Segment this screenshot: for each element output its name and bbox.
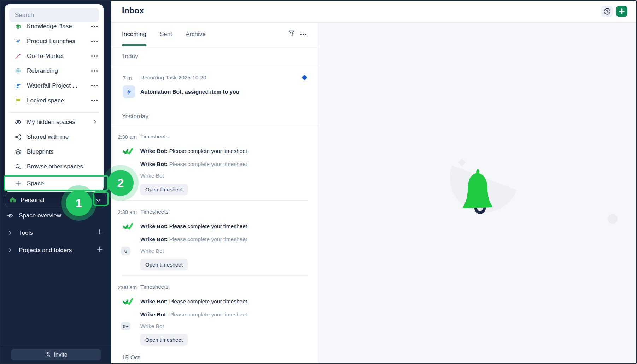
space-item-product-launches[interactable]: Product Launches xyxy=(5,34,104,49)
filter-icon[interactable] xyxy=(288,30,295,38)
wrike-check-icon xyxy=(123,298,134,305)
sender-name: Wrike Bot xyxy=(140,173,164,179)
help-icon: ? xyxy=(603,8,611,15)
group-line-3: 9+ Wrike Bot xyxy=(111,322,319,330)
inbox-tabs: Incoming Sent Archive xyxy=(111,23,319,46)
notification-message-row: Automation Bot: assigned item to you xyxy=(111,85,319,98)
space-label: Go-To-Market xyxy=(27,53,94,60)
invite-button[interactable]: Invite xyxy=(11,349,101,360)
plus-icon xyxy=(619,8,625,14)
bot-message: Please complete your timesheet xyxy=(169,161,247,167)
inbox-header: Inbox ? xyxy=(111,0,637,23)
notification-item-unread[interactable]: 7 m Recurring Task 2025-10-20 Automation… xyxy=(111,65,319,106)
space-label: Rebranding xyxy=(27,67,94,74)
spaces-list: Knowledge Base Product Launches Go-To-Ma… xyxy=(5,22,104,108)
bot-name: Wrike Bot: xyxy=(140,161,168,167)
ellipsis-icon[interactable] xyxy=(94,26,95,27)
message-line: Wrike Bot: Please complete your timeshee… xyxy=(140,148,247,154)
decorative-dot xyxy=(608,214,618,224)
section-header-today: Today xyxy=(111,46,319,65)
tab-archive[interactable]: Archive xyxy=(186,23,206,46)
message-line: Wrike Bot: Please complete your timeshee… xyxy=(140,298,247,305)
notification-group[interactable]: 2:30 am Timesheets Wrike Bot: Please com… xyxy=(111,125,319,201)
bell-illustration xyxy=(461,169,495,215)
unread-dot[interactable] xyxy=(302,75,307,80)
tab-actions xyxy=(288,23,305,46)
nav-item-space-overview[interactable]: Space overview xyxy=(0,207,111,224)
space-item-rebranding[interactable]: Rebranding xyxy=(5,64,104,78)
group-time: 2:00 am xyxy=(117,284,137,290)
ellipsis-icon[interactable] xyxy=(94,85,95,86)
space-item-waterfall[interactable]: Waterfall Project ... xyxy=(5,78,104,93)
nav-item-projects-folders[interactable]: Projects and folders xyxy=(0,241,111,259)
group-category: Timesheets xyxy=(140,133,169,140)
svg-text:?: ? xyxy=(606,9,608,13)
open-timesheet-button[interactable]: Open timesheet xyxy=(140,334,188,346)
chevron-right-icon xyxy=(93,119,97,125)
app-window: Knowledge Base Product Launches Go-To-Ma… xyxy=(0,0,637,364)
decorative-diamond xyxy=(458,159,466,166)
space-overview-icon xyxy=(6,213,14,219)
group-line-1: Wrike Bot: Please complete your timeshee… xyxy=(111,298,319,305)
group-line-1: Wrike Bot: Please complete your timeshee… xyxy=(111,222,319,230)
cube-icon xyxy=(14,67,22,74)
chevron-right-icon[interactable] xyxy=(6,248,14,252)
menu-item-shared-with-me[interactable]: Shared with me xyxy=(5,130,104,144)
detail-panel xyxy=(319,23,637,364)
ellipsis-icon[interactable] xyxy=(94,100,95,101)
share-icon xyxy=(14,133,22,141)
bot-message: Please complete your timesheet xyxy=(169,311,247,317)
person-plus-icon xyxy=(45,351,51,358)
group-line-2: Wrike Bot: Please complete your timeshee… xyxy=(111,311,319,318)
group-time: 2:30 am xyxy=(117,209,137,215)
space-label: Waterfall Project ... xyxy=(27,82,94,89)
annotation-highlight-space-button xyxy=(4,175,109,191)
plus-icon[interactable] xyxy=(97,229,103,237)
rocket-icon xyxy=(14,38,22,45)
invite-label: Invite xyxy=(54,352,67,358)
annotation-step-1: 1 xyxy=(66,190,92,216)
tab-sent[interactable]: Sent xyxy=(160,23,172,46)
bot-name: Wrike Bot: xyxy=(140,236,168,242)
popup-divider xyxy=(10,112,99,113)
menu-item-browse-spaces[interactable]: Browse other spaces xyxy=(5,159,104,174)
nav-item-tools[interactable]: Tools xyxy=(0,224,111,241)
space-item-locked-space[interactable]: Locked space xyxy=(5,93,104,108)
open-timesheet-button[interactable]: Open timesheet xyxy=(140,184,188,195)
bot-name: Wrike Bot: xyxy=(140,223,168,229)
bot-message: Please complete your timesheet xyxy=(169,148,247,154)
ellipsis-icon[interactable] xyxy=(94,41,95,42)
menu-item-label: Shared with me xyxy=(27,133,97,141)
notification-list-panel: Incoming Sent Archive Today 7 m Recurrin… xyxy=(111,23,319,364)
chevron-right-icon[interactable] xyxy=(6,231,14,235)
main-area: Inbox ? xyxy=(111,0,637,364)
ellipsis-icon[interactable] xyxy=(94,70,95,72)
notification-group[interactable]: 2:00 am Timesheets Wrike Bot: Please com… xyxy=(111,276,319,346)
sender-name: Wrike Bot xyxy=(140,248,164,254)
gantt-icon xyxy=(14,82,22,89)
bot-name: Wrike Bot: xyxy=(140,298,168,304)
create-button[interactable] xyxy=(616,6,627,17)
sender-name: Wrike Bot xyxy=(140,323,164,329)
open-timesheet-button[interactable]: Open timesheet xyxy=(140,259,188,270)
section-header-yesterday: Yesterday xyxy=(111,106,319,125)
notification-meta: 7 m Recurring Task 2025-10-20 xyxy=(111,74,319,81)
message-line: Wrike Bot: Please complete your timeshee… xyxy=(140,223,247,229)
menu-item-blueprints[interactable]: Blueprints xyxy=(5,144,104,159)
help-button[interactable]: ? xyxy=(601,6,613,17)
notification-group[interactable]: 2:30 am Timesheets Wrike Bot: Please com… xyxy=(111,201,319,276)
menu-item-hidden-spaces[interactable]: My hidden spaces xyxy=(5,115,104,130)
more-icon[interactable] xyxy=(303,34,304,35)
notification-title: Recurring Task 2025-10-20 xyxy=(140,74,206,81)
group-line-3: 9+ Wrike Bot xyxy=(111,172,319,180)
search-input[interactable] xyxy=(9,8,99,22)
space-item-knowledge-base[interactable]: Knowledge Base xyxy=(5,22,104,34)
section-header-15-oct: 15 Oct xyxy=(111,346,319,364)
plus-icon[interactable] xyxy=(97,246,103,254)
nav-item-label: Projects and folders xyxy=(19,247,97,254)
space-item-go-to-market[interactable]: Go-To-Market xyxy=(5,49,104,64)
ellipsis-icon[interactable] xyxy=(94,55,95,57)
bot-message: Please complete your timesheet xyxy=(169,236,247,242)
tab-incoming[interactable]: Incoming xyxy=(122,23,146,46)
space-label: Product Launches xyxy=(27,38,94,45)
